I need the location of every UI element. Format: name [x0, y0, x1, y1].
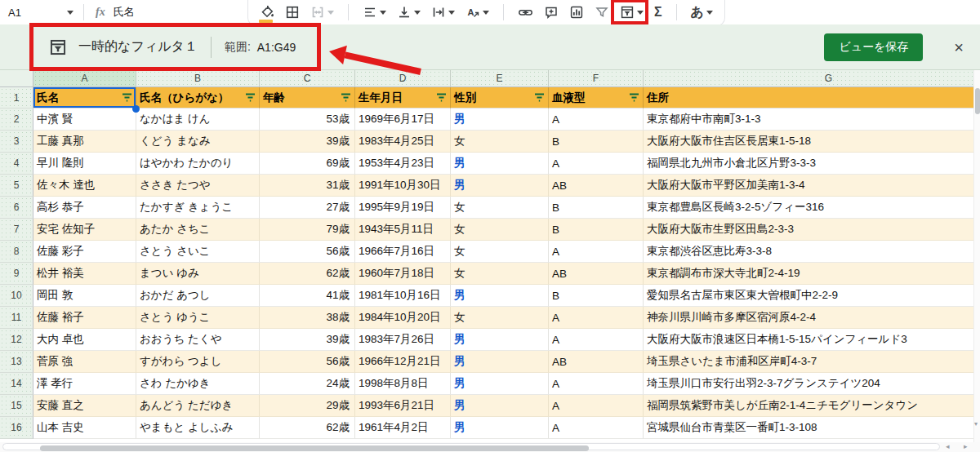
cell-C8[interactable]: 56歳 — [260, 241, 355, 263]
cell-C5[interactable]: 31歳 — [260, 175, 355, 197]
merge-cells-caret-icon[interactable] — [327, 11, 334, 15]
text-wrapping-button[interactable] — [430, 2, 457, 22]
cell-C7[interactable]: 79歳 — [260, 219, 355, 241]
cell-B7[interactable]: あたか さちこ — [136, 219, 260, 241]
cell-C13[interactable]: 56歳 — [260, 351, 355, 373]
cell-B13[interactable]: すがわら つよし — [136, 351, 260, 373]
cell-E3[interactable]: 女 — [451, 131, 549, 153]
column-header-B[interactable]: B — [136, 70, 260, 87]
row-header-3[interactable]: 3 — [0, 131, 33, 153]
cell-E11[interactable]: 女 — [451, 307, 549, 329]
cell-D13[interactable]: 1966年12月21日 — [355, 351, 451, 373]
cell-D3[interactable]: 1983年4月25日 — [355, 131, 451, 153]
column-header-C[interactable]: C — [260, 70, 355, 87]
cell-C14[interactable]: 24歳 — [260, 373, 355, 395]
row-header-8[interactable]: 8 — [0, 241, 33, 263]
horizontal-scrollbar-thumb[interactable] — [40, 445, 589, 451]
cell-F7[interactable]: B — [549, 219, 644, 241]
scroll-right-arrow-icon[interactable]: ▸ — [964, 442, 968, 450]
cell-E6[interactable]: 女 — [451, 197, 549, 219]
cell-A11[interactable]: 佐藤 裕子 — [33, 307, 136, 329]
cell-A5[interactable]: 佐々木 達也 — [33, 175, 136, 197]
vertical-scrollbar[interactable]: ▾ — [973, 70, 980, 442]
row-header-9[interactable]: 9 — [0, 263, 33, 285]
cell-F14[interactable]: A — [549, 373, 644, 395]
cell-G11[interactable]: 神奈川県川崎市多摩区宿河原4-2-4 — [644, 307, 973, 329]
cell-C16[interactable]: 62歳 — [260, 417, 355, 439]
column-header-A[interactable]: A — [33, 70, 136, 87]
cell-A6[interactable]: 高杉 恭子 — [33, 197, 136, 219]
cell-A13[interactable]: 菅原 強 — [33, 351, 136, 373]
cell-G9[interactable]: 東京都調布市深大寺北町2-4-19 — [644, 263, 973, 285]
cell-D6[interactable]: 1995年9月19日 — [355, 197, 451, 219]
cell-A14[interactable]: 澤 孝行 — [33, 373, 136, 395]
cell-G4[interactable]: 福岡県北九州市小倉北区片野3-3-3 — [644, 153, 973, 175]
cell-G1[interactable]: 住所 — [644, 87, 973, 109]
cell-D7[interactable]: 1943年5月11日 — [355, 219, 451, 241]
cell-D4[interactable]: 1953年4月23日 — [355, 153, 451, 175]
horizontal-scrollbar[interactable]: ◂ ▸ — [0, 442, 980, 452]
row-header-16[interactable]: 16 — [0, 417, 33, 439]
cell-A4[interactable]: 早川 隆則 — [33, 153, 136, 175]
filter-view-title[interactable]: 一時的なフィルタ１ — [78, 38, 198, 55]
insert-comment-button[interactable] — [542, 2, 560, 22]
cell-E14[interactable]: 男 — [451, 373, 549, 395]
create-filter-button[interactable] — [593, 2, 611, 22]
cell-C15[interactable]: 29歳 — [260, 395, 355, 417]
cell-A7[interactable]: 安宅 佐知子 — [33, 219, 136, 241]
cell-G7[interactable]: 大阪府大阪市生野区田島2-3-3 — [644, 219, 973, 241]
cell-G2[interactable]: 東京都府中市南町3-1-3 — [644, 109, 973, 131]
cell-B11[interactable]: さとう ゆうこ — [136, 307, 260, 329]
cell-E13[interactable]: 男 — [451, 351, 549, 373]
cell-A10[interactable]: 岡田 敦 — [33, 285, 136, 307]
cell-B5[interactable]: ささき たつや — [136, 175, 260, 197]
cell-D9[interactable]: 1960年7月18日 — [355, 263, 451, 285]
cell-E7[interactable]: 女 — [451, 219, 549, 241]
header-filter-icon[interactable] — [245, 93, 256, 102]
cell-F2[interactable]: A — [549, 109, 644, 131]
cell-B15[interactable]: あんどう ただゆき — [136, 395, 260, 417]
cell-G5[interactable]: 大阪府大阪市平野区加美南1-3-4 — [644, 175, 973, 197]
row-header-2[interactable]: 2 — [0, 109, 33, 131]
horizontal-scrollbar-track[interactable] — [2, 443, 940, 450]
horizontal-align-button[interactable] — [361, 2, 388, 22]
range-value[interactable]: A1:G49 — [257, 41, 296, 54]
cell-F16[interactable]: A — [549, 417, 644, 439]
cell-C6[interactable]: 27歳 — [260, 197, 355, 219]
cell-F9[interactable]: AB — [549, 263, 644, 285]
cell-C12[interactable]: 39歳 — [260, 329, 355, 351]
cell-G16[interactable]: 宮城県仙台市青葉区一番町1-3-108 — [644, 417, 973, 439]
cell-G8[interactable]: 東京都渋谷区恵比寿3-3-8 — [644, 241, 973, 263]
cell-C4[interactable]: 69歳 — [260, 153, 355, 175]
row-header-14[interactable]: 14 — [0, 373, 33, 395]
cell-G6[interactable]: 東京都豊島区長崎3-2-5ゾフィー316 — [644, 197, 973, 219]
row-header-15[interactable]: 15 — [0, 395, 33, 417]
row-header-7[interactable]: 7 — [0, 219, 33, 241]
insert-link-button[interactable] — [516, 2, 535, 22]
cell-E16[interactable]: 男 — [451, 417, 549, 439]
insert-chart-button[interactable] — [568, 2, 586, 22]
cell-F4[interactable]: A — [549, 153, 644, 175]
cell-G3[interactable]: 大阪府大阪市住吉区長居東1-5-18 — [644, 131, 973, 153]
close-filter-view-icon[interactable]: × — [954, 39, 964, 55]
cell-C9[interactable]: 62歳 — [260, 263, 355, 285]
cell-B3[interactable]: くどう まなみ — [136, 131, 260, 153]
cell-G13[interactable]: 埼玉県さいたま市浦和区岸町4-3-7 — [644, 351, 973, 373]
cell-E4[interactable]: 男 — [451, 153, 549, 175]
name-box-caret-icon[interactable] — [67, 11, 74, 15]
cell-C10[interactable]: 41歳 — [260, 285, 355, 307]
text-rotation-caret-icon[interactable] — [483, 11, 489, 15]
row-header-5[interactable]: 5 — [0, 175, 33, 197]
cell-B14[interactable]: さわ たかゆき — [136, 373, 260, 395]
cell-B16[interactable]: やまもと よしふみ — [136, 417, 260, 439]
cell-E1[interactable]: 性別 — [451, 87, 549, 109]
cell-C1[interactable]: 年齢 — [260, 87, 355, 109]
cell-D15[interactable]: 1993年6月21日 — [355, 395, 451, 417]
header-filter-icon[interactable] — [534, 93, 545, 102]
cell-B10[interactable]: おかだ あつし — [136, 285, 260, 307]
cell-A8[interactable]: 佐藤 彩子 — [33, 241, 136, 263]
text-wrapping-caret-icon[interactable] — [448, 11, 455, 15]
cell-E2[interactable]: 男 — [451, 109, 549, 131]
cell-E8[interactable]: 女 — [451, 241, 549, 263]
header-filter-icon[interactable] — [629, 93, 639, 102]
